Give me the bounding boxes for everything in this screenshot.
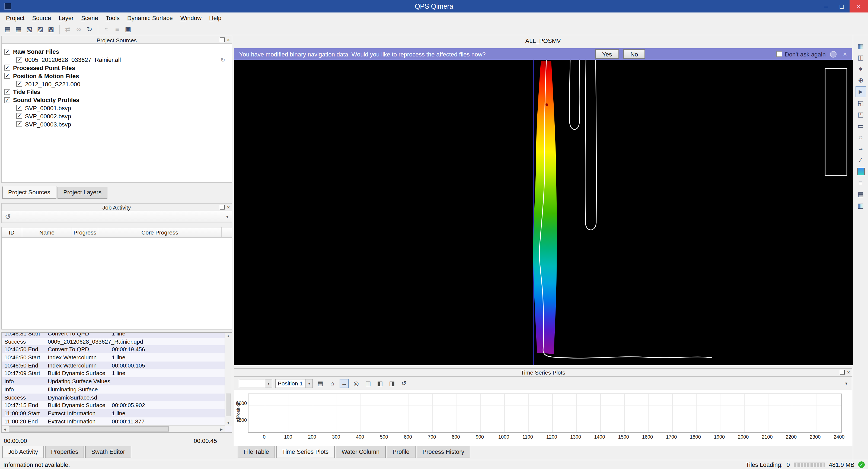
scroll-right-icon[interactable]: ▶ [218,426,225,432]
plot-home-icon[interactable]: ⌂ [328,379,337,388]
tab-profile[interactable]: Profile [386,446,415,458]
log-row[interactable]: 10:46:31 Start Convert To QPD 1 line [2,332,225,338]
checkbox-icon[interactable]: ✓ [4,97,10,103]
column-header-name[interactable]: Name [22,228,72,237]
float-panel-icon[interactable] [220,205,225,209]
scrollbar-thumb[interactable] [9,426,169,432]
checkbox-icon[interactable]: ✓ [16,105,22,111]
log-row[interactable]: 10:46:50 End Convert To QPD 00:00:19.456 [2,346,225,353]
tree-item-position-file[interactable]: ✓ 2012_180_S221.000 [2,80,231,88]
yes-button[interactable]: Yes [595,50,619,59]
log-row[interactable]: 10:47:09 Start Build Dynamic Surface 1 l… [2,370,225,377]
tree-item-svp-file[interactable]: ✓ SVP_00002.bsvp [2,112,231,120]
plot-fit-x-icon[interactable]: ◫ [364,379,373,388]
clear-jobs-icon[interactable]: ↺ [5,213,11,221]
layers-icon[interactable]: ≡ [855,177,866,188]
channel-combo[interactable]: Position 1 ▾ [275,379,313,388]
log-row[interactable]: 11:00:09 Start Extract Information 1 lin… [2,409,225,417]
menu-item[interactable]: Tools [102,12,123,23]
plot-undo-icon[interactable]: ↺ [399,379,408,388]
checkbox-icon[interactable]: ✓ [16,121,22,127]
minimize-button[interactable]: – [818,0,834,12]
tree-item-tide-files[interactable]: ✓ Tide Files [2,88,231,96]
export-icon[interactable]: ▩ [46,24,56,34]
float-panel-icon[interactable] [220,37,225,42]
settings-icon[interactable]: ≡ [112,24,122,34]
tab-project-sources[interactable]: Project Sources [2,186,56,199]
float-panel-icon[interactable] [840,370,845,375]
scrollbar-thumb[interactable] [226,393,231,416]
banner-close-icon[interactable]: × [843,50,847,58]
checkbox-icon[interactable]: ✓ [16,81,22,87]
rectangle-select-icon[interactable]: ▭ [855,120,866,131]
scroll-left-icon[interactable]: ◀ [2,426,8,432]
tree-item-position-motion-files[interactable]: ✓ Position & Motion Files [2,72,231,80]
close-panel-icon[interactable]: × [227,205,230,209]
zoom-extents-icon[interactable]: ◳ [855,109,866,120]
tab-properties[interactable]: Properties [45,446,84,458]
tab-process-history[interactable]: Process History [416,446,470,458]
save-project-icon[interactable]: ▧ [24,24,34,34]
scroll-down-icon[interactable]: ▼ [225,419,231,426]
log-row[interactable]: Success 0005_20120628_033627_Rainier.qpd [2,338,225,345]
log-row[interactable]: Info Updating Surface Values [2,377,225,385]
log-row[interactable]: 10:46:50 Start Index Watercolumn 1 line [2,353,225,361]
tab-swath-editor[interactable]: Swath Editor [85,446,131,458]
split-view-icon[interactable]: ◫ [855,52,866,63]
new-project-icon[interactable]: ▤ [3,24,12,34]
profile-tool-icon[interactable]: ≈ [855,143,866,154]
checkbox-icon[interactable]: ✓ [16,57,22,63]
center-view-icon[interactable]: ⊕ [855,75,866,86]
menu-item[interactable]: Project [2,12,29,23]
view-layout-icon[interactable]: ▦ [855,41,866,52]
checkbox-icon[interactable]: ✓ [4,65,10,71]
menu-item[interactable]: Layer [55,12,77,23]
column-header-core-progress[interactable]: Core Progress [98,228,222,237]
reprocess-icon[interactable]: ↻ [85,24,94,34]
plot-fit-y-icon[interactable]: ◧ [375,379,384,388]
open-project-icon[interactable]: ▦ [13,24,23,34]
job-options-dropdown-icon[interactable]: ▾ [226,214,228,219]
tree-item-raw-sonar-files[interactable]: ✓ Raw Sonar Files [2,48,231,56]
plot-save-icon[interactable]: ▤ [316,379,325,388]
process-icon[interactable]: ▣ [123,24,133,34]
log-row[interactable]: Info Illuminating Surface [2,385,225,393]
close-button[interactable]: × [849,0,868,12]
column-header-progress[interactable]: Progress [72,228,98,237]
tab-project-layers[interactable]: Project Layers [57,187,107,199]
log-row[interactable]: 11:00:20 End Extract Information 00:00:1… [2,417,225,425]
close-panel-icon[interactable]: × [847,370,850,375]
menu-item[interactable]: Scene [77,12,102,23]
log-row[interactable]: 10:46:50 End Index Watercolumn 00:00:00.… [2,361,225,370]
checkbox-icon[interactable]: ✓ [4,73,10,79]
link-files-icon[interactable]: ⇄ [63,24,73,34]
menu-item[interactable]: Source [29,12,55,23]
tree-item-processed-point-files[interactable]: ✓ Processed Point Files [2,64,231,72]
plot-zoom-icon[interactable]: ◎ [351,379,361,388]
unlink-files-icon[interactable]: ∞ [74,24,84,34]
menu-item[interactable]: Window [177,12,205,23]
banner-options-icon[interactable] [830,51,837,57]
log-horizontal-scrollbar[interactable]: ◀ ▶ [2,425,225,432]
log-row[interactable]: 10:47:15 End Build Dynamic Surface 00:00… [2,401,225,409]
tree-item-raw-sonar-file[interactable]: ✓ 0005_20120628_033627_Rainier.all ↻ [2,56,231,64]
plot-fit-all-icon[interactable]: ◨ [388,379,397,388]
checkbox-icon[interactable]: ✓ [4,89,10,95]
tab-time-series-plots[interactable]: Time Series Plots [276,446,335,458]
menu-item[interactable]: Help [205,12,225,23]
log-row[interactable]: Success DynamicSurface.sd [2,393,225,401]
checkbox-icon[interactable]: ✓ [4,49,10,55]
contour-icon[interactable]: ▤ [855,189,866,200]
plot-options-dropdown-icon[interactable]: ▾ [845,381,847,386]
reset-view-icon[interactable]: ∗ [855,63,866,75]
plot-pan-icon[interactable]: ↔ [340,379,349,388]
plot-area[interactable] [248,393,842,433]
map-scene[interactable] [234,60,853,365]
tree-item-svp-file[interactable]: ✓ SVP_00001.bsvp [2,104,231,112]
maximize-button[interactable]: □ [834,0,849,12]
tree-item-svp-file[interactable]: ✓ SVP_00003.bsvp [2,120,231,128]
checkbox-icon[interactable]: ✓ [16,113,22,119]
select-tool-icon[interactable]: ► [855,86,866,97]
scroll-up-icon[interactable]: ▲ [225,333,231,339]
tree-item-sound-velocity-profiles[interactable]: ✓ Sound Velocity Profiles [2,96,231,104]
